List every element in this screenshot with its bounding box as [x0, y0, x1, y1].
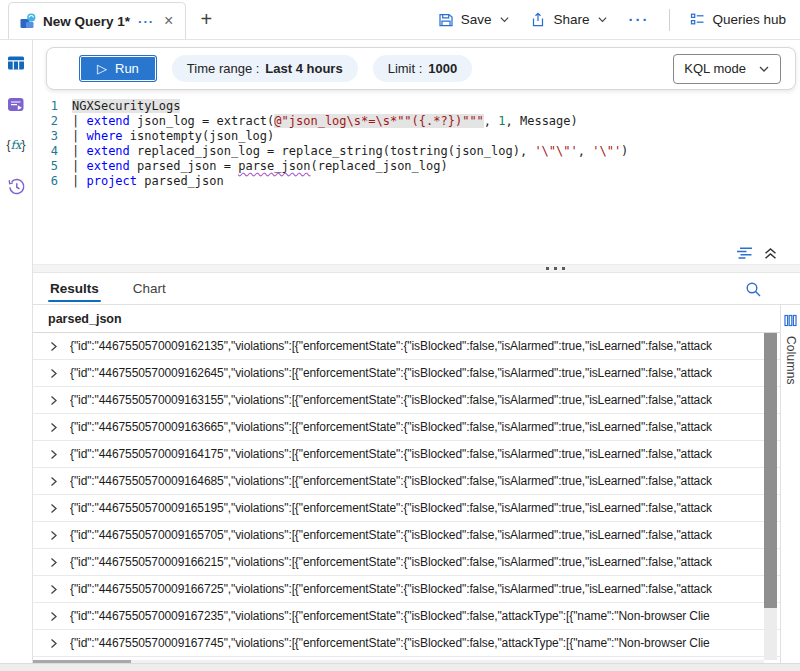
columns-side-panel[interactable]: Columns: [780, 305, 800, 671]
chevron-right-icon[interactable]: [48, 584, 59, 595]
row-json-text: {"id":"4467550570009162645","violations"…: [70, 366, 712, 380]
line-number: 4: [33, 144, 72, 159]
left-sidebar: {fx}: [0, 40, 33, 671]
table-row[interactable]: {"id":"4467550570009163155","violations"…: [33, 387, 780, 414]
query-mode-value: KQL mode: [684, 61, 746, 76]
time-range-label: Time range :: [187, 61, 260, 76]
tab-close-icon[interactable]: ×: [162, 13, 175, 29]
line-number: 3: [33, 129, 72, 144]
history-clock-icon: [7, 177, 26, 196]
table-row[interactable]: {"id":"4467550570009166725","violations"…: [33, 576, 780, 603]
chevron-right-icon[interactable]: [48, 395, 59, 406]
chevron-right-icon[interactable]: [48, 557, 59, 568]
chevron-right-icon[interactable]: [48, 503, 59, 514]
actions-divider: [669, 9, 670, 31]
line-number: 1: [33, 99, 72, 114]
editor-tools: [33, 242, 800, 264]
code-text: NGXSecurityLogs: [72, 99, 180, 114]
editor-line: 3 | where isnotempty(json_log): [33, 129, 800, 144]
table-row[interactable]: {"id":"4467550570009167235","violations"…: [33, 603, 780, 630]
chevron-right-icon[interactable]: [48, 368, 59, 379]
queries-hub-button[interactable]: Queries hub: [690, 12, 786, 27]
chevron-right-icon[interactable]: [48, 341, 59, 352]
functions-icon: {fx}: [6, 138, 25, 152]
table-row[interactable]: {"id":"4467550570009164685","violations"…: [33, 468, 780, 495]
line-number: 5: [33, 159, 72, 174]
sidebar-history-button[interactable]: [6, 176, 26, 196]
queries-hub-label: Queries hub: [712, 12, 786, 27]
row-json-text: {"id":"4467550570009163155","violations"…: [70, 393, 712, 407]
sidebar-tables-button[interactable]: [6, 53, 26, 73]
run-button[interactable]: ▷ Run: [79, 55, 157, 82]
query-editor[interactable]: 1 NGXSecurityLogs 2 | extend json_log = …: [33, 90, 800, 242]
table-row[interactable]: {"id":"4467550570009163665","violations"…: [33, 414, 780, 441]
results-grid: parsed_json {"id":"4467550570009162135",…: [33, 305, 780, 671]
chevron-right-icon[interactable]: [48, 530, 59, 541]
save-label: Save: [461, 12, 492, 27]
line-number: 2: [33, 114, 72, 129]
query-summary-icon[interactable]: [736, 246, 753, 261]
panel-splitter-handle[interactable]: [33, 264, 800, 273]
columns-icon: [784, 314, 797, 327]
chevron-right-icon[interactable]: [48, 422, 59, 433]
code-text: | extend replaced_json_log = replace_str…: [72, 144, 628, 159]
row-json-text: {"id":"4467550570009163665","violations"…: [70, 420, 712, 434]
chevron-right-icon[interactable]: [48, 638, 59, 649]
queries-hub-icon: [690, 12, 705, 27]
table-row[interactable]: {"id":"4467550570009166215","violations"…: [33, 549, 780, 576]
sidebar-querysets-button[interactable]: [6, 94, 26, 114]
results-body: parsed_json {"id":"4467550570009162135",…: [33, 304, 800, 671]
row-json-text: {"id":"4467550570009165195","violations"…: [70, 501, 712, 515]
query-mode-dropdown[interactable]: KQL mode: [673, 54, 781, 84]
main-panel: ▷ Run Time range : Last 4 hours Limit : …: [33, 40, 800, 671]
table-row[interactable]: {"id":"4467550570009167745","violations"…: [33, 630, 780, 657]
share-label: Share: [553, 12, 589, 27]
editor-line: 1 NGXSecurityLogs: [33, 99, 800, 114]
share-chevron-down-icon: [597, 14, 608, 25]
more-actions-button[interactable]: ···: [628, 11, 649, 28]
app-body: {fx} ▷ Run Time range : Last 4 hours: [0, 40, 800, 671]
chevron-right-icon[interactable]: [48, 476, 59, 487]
query-tab[interactable]: New Query 1* ··· ×: [8, 2, 186, 39]
table-row[interactable]: {"id":"4467550570009165195","violations"…: [33, 495, 780, 522]
code-text: | project parsed_json: [72, 174, 224, 189]
row-json-text: {"id":"4467550570009166215","violations"…: [70, 555, 712, 569]
limit-label: Limit :: [388, 61, 423, 76]
row-json-text: {"id":"4467550570009167235","violations"…: [70, 609, 710, 623]
new-tab-button[interactable]: +: [186, 0, 226, 39]
vertical-scrollbar[interactable]: [764, 333, 777, 660]
save-button[interactable]: Save: [438, 12, 511, 28]
tab-chart[interactable]: Chart: [131, 277, 168, 304]
app-logo-icon: [20, 13, 36, 29]
window-bottom-edge: [0, 663, 800, 671]
tab-results[interactable]: Results: [48, 277, 101, 304]
time-range-pill[interactable]: Time range : Last 4 hours: [172, 55, 358, 82]
tab-more-icon[interactable]: ···: [137, 15, 155, 28]
collapse-editor-icon[interactable]: [763, 246, 778, 261]
limit-pill[interactable]: Limit : 1000: [373, 55, 473, 82]
code-text: | extend parsed_json = parse_json(replac…: [72, 159, 448, 174]
sidebar-functions-button[interactable]: {fx}: [6, 135, 26, 155]
save-chevron-down-icon: [499, 14, 510, 25]
row-json-text: {"id":"4467550570009162135","violations"…: [70, 339, 712, 353]
table-row[interactable]: {"id":"4467550570009162135","violations"…: [33, 333, 780, 360]
table-row[interactable]: {"id":"4467550570009162645","violations"…: [33, 360, 780, 387]
column-header-parsed-json[interactable]: parsed_json: [33, 305, 780, 333]
table-row[interactable]: {"id":"4467550570009164175","violations"…: [33, 441, 780, 468]
run-label: Run: [115, 61, 139, 76]
top-bar: New Query 1* ··· × + Save: [0, 0, 800, 40]
chevron-right-icon[interactable]: [48, 611, 59, 622]
editor-line: 6 | project parsed_json: [33, 174, 800, 189]
editor-line: 2 | extend json_log = extract(@"json_log…: [33, 114, 800, 129]
chevron-right-icon[interactable]: [48, 449, 59, 460]
query-toolbar: ▷ Run Time range : Last 4 hours Limit : …: [46, 47, 796, 90]
line-number: 6: [33, 174, 72, 189]
row-json-text: {"id":"4467550570009164175","violations"…: [70, 447, 712, 461]
mode-chevron-down-icon: [758, 63, 770, 75]
vertical-scrollbar-thumb[interactable]: [764, 333, 777, 608]
share-button[interactable]: Share: [530, 12, 608, 28]
table-row[interactable]: {"id":"4467550570009165705","violations"…: [33, 522, 780, 549]
search-icon[interactable]: [745, 281, 762, 298]
row-json-text: {"id":"4467550570009167745","violations"…: [70, 636, 710, 650]
limit-value: 1000: [428, 61, 457, 76]
